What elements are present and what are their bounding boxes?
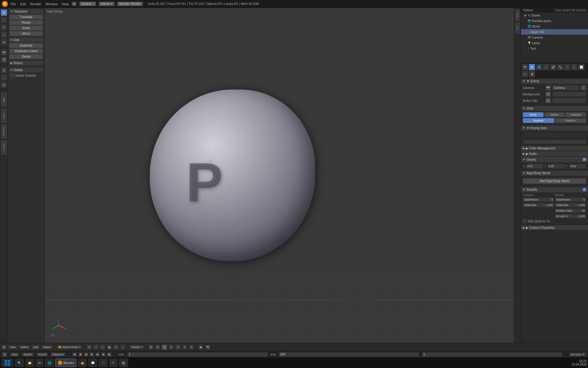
- object-menu-btn[interactable]: Object: [41, 345, 53, 349]
- prop-tab-modifier[interactable]: 🔧: [557, 64, 564, 71]
- editor-type-selector[interactable]: ⊞: [71, 2, 77, 6]
- transform-section-header[interactable]: ▼ Transform: [9, 9, 43, 14]
- tl-prev-key-btn[interactable]: ◀: [78, 352, 83, 357]
- prop-tab-data[interactable]: ▽: [564, 64, 571, 71]
- start-button[interactable]: [1, 358, 13, 367]
- menu-window[interactable]: Window: [46, 2, 58, 6]
- toolbar-layout-icon[interactable]: ⊞: [1, 67, 7, 74]
- current-frame-input[interactable]: 1: [422, 352, 563, 357]
- unit-metric-btn[interactable]: Metric: [544, 112, 565, 117]
- toolbar-transform-icon[interactable]: ⊕: [1, 39, 7, 45]
- delete-section-header[interactable]: ▼ Delete: [9, 68, 43, 72]
- viewport-options-btn[interactable]: ⬡: [113, 344, 119, 350]
- toolbar-scale-icon[interactable]: ⤢: [1, 31, 7, 38]
- snap-options-btn[interactable]: ▼: [155, 344, 160, 350]
- taskbar-mail-btn[interactable]: ✉: [36, 358, 43, 367]
- timeline-frame-btn[interactable]: Frame: [36, 352, 48, 357]
- unit-imperial-btn[interactable]: Imperial: [565, 112, 586, 117]
- object-mode-selector[interactable]: Object Mode ▼: [57, 345, 82, 349]
- tree-item-apple[interactable]: ▷ Apple 040: [521, 29, 588, 35]
- taskbar-app8-btn[interactable]: 🎵: [99, 358, 108, 367]
- toolbar-render-icon[interactable]: 🎬: [1, 56, 7, 63]
- mirror-button[interactable]: Mirror: [9, 31, 43, 36]
- prop-tab-material[interactable]: ●: [571, 64, 578, 71]
- prop-tab-particle[interactable]: ✦: [522, 71, 528, 78]
- outliner-view-btn[interactable]: View: [555, 9, 561, 12]
- angle-degrees-btn[interactable]: Degrees: [523, 118, 554, 123]
- gravity-z-field[interactable]: -9.81: [569, 163, 586, 169]
- timeline-view-btn[interactable]: View: [10, 352, 19, 357]
- keying-sets-input[interactable]: [523, 132, 586, 139]
- scale-button[interactable]: Scale: [9, 25, 43, 31]
- rotate-button[interactable]: Rotate: [9, 20, 43, 25]
- add-rigid-body-world-button[interactable]: Add Rigid Body World: [523, 178, 586, 184]
- angle-radians-btn[interactable]: Radians: [555, 118, 586, 123]
- menu-help[interactable]: Help: [62, 2, 69, 6]
- snap-icon[interactable]: ⊞: [148, 344, 154, 350]
- gravity-y-field[interactable]: 0.00: [547, 163, 565, 169]
- solid-draw-btn[interactable]: ●: [86, 344, 92, 350]
- prop-tab-scene[interactable]: ⊞: [529, 64, 535, 71]
- tree-item-world[interactable]: 🌐 World: [521, 24, 588, 29]
- start-frame-input[interactable]: 1: [127, 352, 268, 357]
- toolbar-rotate-icon[interactable]: ↻: [1, 24, 7, 31]
- viewport[interactable]: User Persp P: [45, 8, 514, 343]
- toolbar-options-icon[interactable]: ☰: [1, 82, 7, 88]
- viewport-header-icon[interactable]: ⊞: [1, 344, 7, 350]
- tl-next-key-btn[interactable]: ▶: [101, 352, 106, 357]
- gravity-section-header[interactable]: ▼ Gravity ✓: [521, 157, 588, 162]
- render-engine-selector[interactable]: Blender Render: [117, 2, 143, 6]
- prop-tab-constraint[interactable]: 🔗: [550, 64, 556, 71]
- simplify-subdivision-viewport[interactable]: Subdivision 6: [523, 197, 554, 202]
- delete-tool-button[interactable]: Delete: [9, 54, 43, 59]
- menu-edit[interactable]: Edit: [20, 2, 26, 6]
- tree-item-scene[interactable]: ▶ ⊞ Scene: [521, 13, 588, 18]
- history-section-header[interactable]: ▶ History: [9, 61, 43, 65]
- texture-draw-btn[interactable]: ⬚: [100, 344, 105, 350]
- prop-tab-texture[interactable]: ⬜: [578, 64, 585, 71]
- wire-draw-btn[interactable]: □: [93, 344, 99, 350]
- tl-jump-start-btn[interactable]: |◀: [72, 352, 77, 357]
- toolbar-translate-icon[interactable]: ↔: [1, 17, 7, 23]
- unit-none-btn[interactable]: None: [523, 112, 544, 117]
- translate-button[interactable]: Translate: [9, 14, 43, 20]
- camera-value[interactable]: Camera: [552, 85, 579, 90]
- tree-item-lamp[interactable]: 💡 Lamp: [521, 40, 588, 46]
- simplify-checkbox[interactable]: ✓: [582, 188, 586, 191]
- simplify-child-part-render[interactable]: Child Part: 1.000: [555, 203, 586, 208]
- simplify-child-part-viewport[interactable]: Child Part: 1.000: [523, 203, 554, 208]
- taskbar-blender-btn[interactable]: Blender: [55, 358, 77, 367]
- camera-icon[interactable]: 📷: [545, 85, 551, 90]
- prop-tab-physics[interactable]: ⚡: [529, 71, 535, 78]
- select-menu-btn[interactable]: Select: [19, 345, 30, 349]
- simplify-ao-and-s[interactable]: AO and S: 1.000: [555, 214, 586, 219]
- toolbar-physics-panel-icon[interactable]: Physics: [1, 140, 7, 155]
- tl-jump-end-btn[interactable]: ▶|: [107, 352, 112, 357]
- toolbar-create-panel-icon[interactable]: Create: [1, 108, 7, 123]
- rendered-draw-btn[interactable]: ◉: [107, 344, 112, 350]
- duplicate-linked-button[interactable]: Duplicate Linked: [9, 48, 43, 54]
- audio-section-header[interactable]: ▶ ▶ Audio: [521, 151, 588, 156]
- gravity-checkbox[interactable]: ✓: [582, 158, 586, 161]
- tl-play-btn[interactable]: ▶: [89, 352, 94, 357]
- outliner-select-btn[interactable]: Select: [562, 9, 571, 12]
- simplify-section-header[interactable]: ▼ Simplify ✓: [521, 187, 588, 192]
- anim-play-btn[interactable]: ▶: [198, 344, 204, 350]
- prop-tab-render[interactable]: 📷: [522, 64, 528, 71]
- units-section-header[interactable]: ▼ Units: [521, 106, 588, 111]
- scene-dropdown[interactable]: Scene: [99, 2, 115, 6]
- view-sidebar-btn[interactable]: View: [515, 9, 520, 21]
- camera-clear-btn[interactable]: ✕: [581, 85, 586, 90]
- end-frame-input[interactable]: 250: [279, 352, 420, 357]
- tl-next-frame-btn[interactable]: ▶: [95, 352, 100, 357]
- properties-sidebar-btn[interactable]: N: [515, 22, 520, 34]
- layout-dropdown[interactable]: Default: [79, 2, 96, 6]
- taskbar-search-btn[interactable]: 🔍: [15, 358, 24, 367]
- menu-file[interactable]: File: [10, 2, 16, 6]
- toolbar-relations-panel-icon[interactable]: Relations: [1, 124, 7, 139]
- simplify-shadow-sam[interactable]: Shadow Sam: 16: [555, 208, 586, 213]
- toolbar-tools-panel-icon[interactable]: Tools: [1, 92, 7, 107]
- simplify-subdivision-render[interactable]: Subdivision 6: [555, 197, 586, 202]
- active-clip-icon[interactable]: 🎞: [545, 98, 551, 103]
- view-menu-btn[interactable]: View: [8, 345, 17, 349]
